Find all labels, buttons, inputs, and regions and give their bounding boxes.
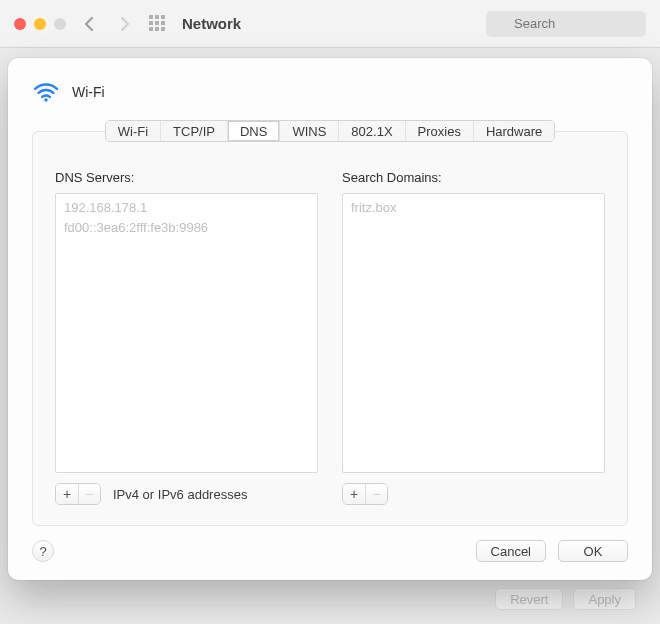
wifi-icon xyxy=(32,78,60,106)
dns-remove-button: − xyxy=(78,484,100,504)
tab-wins[interactable]: WINS xyxy=(280,121,339,141)
sheet-footer: ? Cancel OK xyxy=(32,540,628,562)
dns-panel: DNS Servers: 192.168.178.1fd00::3ea6:2ff… xyxy=(32,131,628,526)
tab-proxies[interactable]: Proxies xyxy=(406,121,474,141)
modal-overlay: Wi-Fi Wi-FiTCP/IPDNSWINS802.1XProxiesHar… xyxy=(0,0,660,624)
tab-dns[interactable]: DNS xyxy=(228,121,280,141)
dns-servers-column: DNS Servers: 192.168.178.1fd00::3ea6:2ff… xyxy=(55,170,318,505)
domain-add-remove-group: + − xyxy=(342,483,388,505)
dns-servers-label: DNS Servers: xyxy=(55,170,318,185)
tab-hardware[interactable]: Hardware xyxy=(474,121,554,141)
tabbar: Wi-FiTCP/IPDNSWINS802.1XProxiesHardware xyxy=(105,120,556,142)
tab-wifi[interactable]: Wi-Fi xyxy=(106,121,161,141)
tab-tcpip[interactable]: TCP/IP xyxy=(161,121,228,141)
list-item[interactable]: fritz.box xyxy=(349,198,598,218)
search-domains-label: Search Domains: xyxy=(342,170,605,185)
domain-remove-button: − xyxy=(365,484,387,504)
help-button[interactable]: ? xyxy=(32,540,54,562)
search-domains-list[interactable]: fritz.box xyxy=(342,193,605,473)
ok-button[interactable]: OK xyxy=(558,540,628,562)
sheet-header: Wi-Fi xyxy=(32,78,628,106)
search-domains-column: Search Domains: fritz.box + − xyxy=(342,170,605,505)
list-item[interactable]: 192.168.178.1 xyxy=(62,198,311,218)
dns-add-button[interactable]: + xyxy=(56,484,78,504)
tab-8021x[interactable]: 802.1X xyxy=(339,121,405,141)
domain-add-button[interactable]: + xyxy=(343,484,365,504)
advanced-sheet: Wi-Fi Wi-FiTCP/IPDNSWINS802.1XProxiesHar… xyxy=(8,58,652,580)
dns-hint: IPv4 or IPv6 addresses xyxy=(113,487,247,502)
cancel-button[interactable]: Cancel xyxy=(476,540,546,562)
sheet-title: Wi-Fi xyxy=(72,84,105,100)
list-item[interactable]: fd00::3ea6:2fff:fe3b:9986 xyxy=(62,218,311,238)
dns-servers-list[interactable]: 192.168.178.1fd00::3ea6:2fff:fe3b:9986 xyxy=(55,193,318,473)
dns-add-remove-group: + − xyxy=(55,483,101,505)
svg-point-2 xyxy=(44,98,47,101)
